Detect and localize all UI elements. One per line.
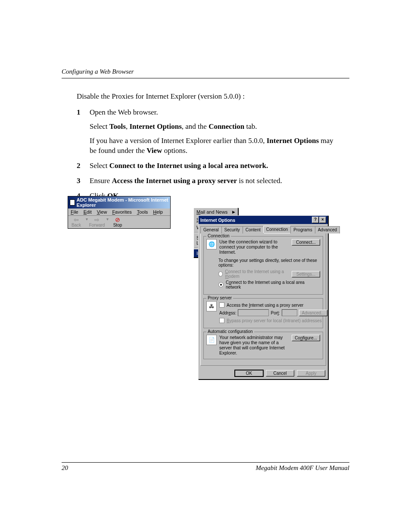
dialog-tabs: GeneralSecurityContentConnectionPrograms…	[199, 224, 328, 233]
dialog-titlebar: Internet Options ? ×	[199, 216, 328, 224]
step-body: Open the Web browser.Select Tools, Inter…	[90, 108, 334, 156]
globe-icon: 🌐	[206, 239, 217, 249]
tab-security[interactable]: Security	[221, 226, 243, 233]
check-bypass[interactable]: Bypass proxy server for local (Intranet)…	[219, 318, 327, 323]
menu-edit[interactable]: Edit	[81, 208, 94, 215]
group-connection: Connection 🌐 Use the connection wizard t…	[203, 236, 323, 295]
auto-config-icon: 📄	[206, 335, 217, 345]
internet-options-dialog: Internet Options ? × GeneralSecurityCont…	[198, 215, 328, 380]
step-number: 1	[77, 108, 90, 156]
apply-button[interactable]: Apply	[297, 370, 325, 376]
intro-text: Disable the Proxies for Internet Explore…	[77, 92, 334, 102]
step-body: Ensure Access the Internet using a proxy…	[90, 176, 282, 186]
manual-title: Megabit Modem 400F User Manual	[256, 464, 349, 472]
figure: ADC Megabit Modem - Microsoft Internet E…	[68, 196, 171, 229]
radio-modem[interactable]: Connect to the Internet using a modem Se…	[218, 269, 320, 279]
page-header: Configuring a Web Browser	[62, 68, 349, 78]
port-input[interactable]	[282, 309, 297, 316]
menu-favorites[interactable]: Favorites	[109, 208, 134, 215]
auto-text: Your network administrator may have give…	[219, 335, 289, 355]
menu-item-mail[interactable]: Mail and News▶	[194, 208, 238, 216]
help-button[interactable]: ?	[312, 217, 319, 223]
stop-button[interactable]: ⊘Stop	[109, 217, 126, 227]
menu-help[interactable]: Help	[150, 208, 165, 215]
label-address: Address:	[219, 311, 236, 315]
tab-connection[interactable]: Connection	[263, 226, 291, 233]
tab-content[interactable]: Content	[243, 226, 264, 233]
advanced-button[interactable]: Advanced...	[299, 310, 328, 316]
dialog-button-row: OK Cancel Apply	[199, 367, 328, 379]
footer-rule	[62, 462, 349, 463]
label-port: Port:	[271, 311, 280, 315]
connect-button[interactable]: Connect...	[292, 239, 320, 246]
menu-file[interactable]: File	[68, 208, 81, 215]
dialog-title-text: Internet Options	[200, 218, 235, 223]
ok-button[interactable]: OK	[235, 370, 263, 376]
address-input[interactable]	[238, 309, 269, 316]
proxy-icon: 🖧	[206, 301, 217, 311]
configure-button[interactable]: Configure...	[292, 335, 320, 341]
connection-text: Use the connection wizard to connect you…	[219, 239, 289, 255]
page-number: 20	[62, 464, 68, 472]
tab-panel-connection: Connection 🌐 Use the connection wizard t…	[200, 233, 326, 366]
ie-menubar[interactable]: FileEditViewFavoritesToolsHelp	[68, 208, 170, 216]
group-auto: Automatic configuration 📄 Your network a…	[203, 332, 323, 359]
group-proxy: Proxy server 🖧 Access the Internet using…	[203, 298, 323, 328]
check-proxy[interactable]: Access the Internet using a proxy server	[219, 302, 327, 308]
settings-button[interactable]: Settings...	[292, 271, 320, 277]
tab-programs[interactable]: Programs	[290, 226, 315, 233]
step-body: Select Connect to the Internet using a l…	[90, 161, 268, 171]
menu-view[interactable]: View	[94, 208, 110, 215]
ie-window: ADC Megabit Modem - Microsoft Internet E…	[68, 196, 171, 229]
connection-note: To change your settings directly, select…	[218, 258, 320, 268]
radio-lan[interactable]: Connect to the Internet using a local ar…	[218, 280, 320, 289]
step-number: 3	[77, 176, 90, 186]
running-head: Configuring a Web Browser	[62, 68, 349, 75]
ie-titlebar: ADC Megabit Modem - Microsoft Internet E…	[68, 196, 170, 208]
step-number: 2	[77, 161, 90, 171]
ie-title-text: ADC Megabit Modem - Microsoft Internet E…	[77, 197, 168, 208]
tab-general[interactable]: General	[200, 226, 222, 233]
header-rule	[62, 78, 349, 78]
cancel-button[interactable]: Cancel	[266, 370, 294, 376]
forward-button[interactable]: ⇨Forward	[89, 217, 105, 227]
menu-tools[interactable]: Tools	[134, 208, 151, 215]
tab-advanced[interactable]: Advanced	[315, 226, 340, 233]
ie-toolbar: ⇦Back ▾ ⇨Forward ▾ ⊘Stop	[68, 216, 170, 228]
back-button[interactable]: ⇦Back	[68, 217, 84, 227]
body-text: Disable the Proxies for Internet Explore…	[77, 92, 334, 206]
page-footer: 20 Megabit Modem 400F User Manual	[62, 462, 349, 472]
ie-icon	[70, 199, 75, 205]
close-button[interactable]: ×	[319, 217, 326, 223]
steps-list: 1Open the Web browser.Select Tools, Inte…	[77, 108, 334, 201]
